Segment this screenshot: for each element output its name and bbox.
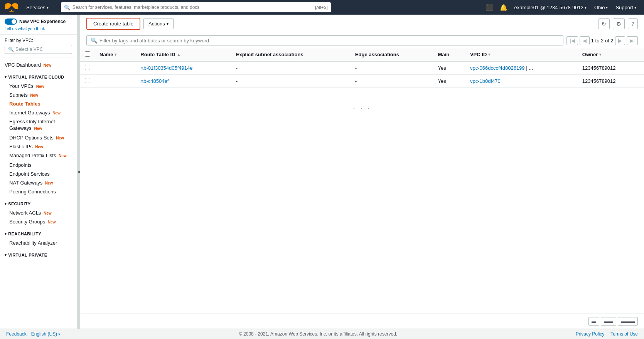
- content-area: Create route table Actions ▾ ↻ ⚙ ?: [80, 15, 644, 329]
- prev-page-button[interactable]: ◀: [580, 36, 590, 45]
- sidebar-section-security-title[interactable]: ▾ SECURITY: [5, 201, 72, 206]
- sidebar-item-reachability-analyzer[interactable]: Reachability Analyzer: [5, 238, 72, 247]
- create-route-table-button[interactable]: Create route table: [86, 18, 140, 30]
- actions-caret-icon: ▾: [167, 22, 169, 26]
- row2-vpc-link[interactable]: vpc-1b0df470: [470, 78, 501, 84]
- name-sort-icon: ▾: [115, 52, 116, 57]
- rtid-sort-icon: ▲: [177, 52, 180, 57]
- settings-button[interactable]: ⚙: [613, 18, 625, 29]
- sidebar-item-route-tables[interactable]: Route Tables: [5, 99, 72, 108]
- view-option-1[interactable]: ▬: [588, 317, 599, 326]
- new-vpc-toggle: New VPC Experience: [5, 18, 72, 25]
- row2-checkbox-cell: [80, 75, 95, 88]
- row2-owner: 123456789012: [578, 75, 644, 88]
- row2-explicit-subnet: -: [231, 75, 351, 88]
- sidebar-item-prefix-lists[interactable]: Managed Prefix Lists New: [5, 151, 72, 161]
- services-button[interactable]: Services ▾: [23, 3, 52, 12]
- search-shortcut: [Alt+S]: [315, 5, 328, 10]
- vpc-dashboard-badge: New: [44, 63, 52, 67]
- filter-vpc-section: Filter by VPC: 🔍 Select a VPC: [0, 35, 77, 57]
- refresh-icon: ↻: [602, 21, 606, 27]
- account-label: example01 @ 1234-5678-9012: [514, 5, 583, 10]
- help-button[interactable]: ?: [628, 18, 638, 29]
- sidebar-item-endpoints[interactable]: Endpoints: [5, 161, 72, 170]
- feedback-link[interactable]: Feedback: [6, 331, 27, 337]
- sidebar-section-virtual-private: ▾ VIRTUAL PRIVATE: [0, 249, 77, 261]
- sidebar-item-egress-gateways[interactable]: Egress Only Internet Gateways New: [5, 117, 72, 133]
- new-vpc-toggle-switch[interactable]: [5, 18, 17, 25]
- top-nav-right: ⬛ 🔔 example01 @ 1234-5678-9012 ▾ Ohio ▾ …: [484, 2, 639, 13]
- row1-checkbox[interactable]: [85, 65, 90, 70]
- sidebar-item-internet-gateways[interactable]: Internet Gateways New: [5, 108, 72, 117]
- language-link[interactable]: English (US) ▾: [31, 331, 61, 337]
- row1-main: Yes: [433, 61, 465, 75]
- view-option-2[interactable]: ▬▬: [601, 317, 616, 326]
- support-button[interactable]: Support ▾: [612, 3, 639, 12]
- row1-edge-associations: -: [351, 61, 433, 75]
- sidebar-section-virtual-private-title[interactable]: ▾ VIRTUAL PRIVATE: [5, 253, 72, 257]
- reachability-section-caret-icon: ▾: [5, 232, 7, 236]
- region-caret-icon: ▾: [606, 5, 608, 10]
- new-vpc-label: New VPC Experience: [19, 19, 66, 24]
- bell-icon: 🔔: [500, 4, 507, 11]
- global-search-input[interactable]: [72, 5, 313, 10]
- pagination-text: 1 to 2 of 2: [591, 38, 614, 44]
- terms-of-use-link[interactable]: Terms of Use: [610, 331, 638, 337]
- sidebar-item-nat-gateways[interactable]: NAT Gateways New: [5, 178, 72, 187]
- sidebar-item-your-vpcs[interactable]: Your VPCs New: [5, 82, 72, 91]
- region-button[interactable]: Ohio ▾: [591, 3, 611, 12]
- col-name[interactable]: Name ▾: [95, 48, 136, 61]
- sidebar-item-dhcp[interactable]: DHCP Options Sets New: [5, 133, 72, 142]
- row2-checkbox[interactable]: [85, 78, 90, 83]
- account-button[interactable]: example01 @ 1234-5678-9012 ▾: [511, 3, 590, 12]
- sidebar-item-elastic-ips[interactable]: Elastic IPs New: [5, 142, 72, 151]
- next-page-button[interactable]: ▶: [615, 36, 625, 45]
- sidebar-item-network-acls[interactable]: Network ACLs New: [5, 208, 72, 217]
- sidebar-item-endpoint-services[interactable]: Endpoint Services: [5, 170, 72, 178]
- bottom-panel: ▬ ▬▬ ▬▬▬: [80, 314, 644, 329]
- view-option-3[interactable]: ▬▬▬: [618, 317, 638, 326]
- select-vpc-dropdown[interactable]: 🔍 Select a VPC: [5, 45, 72, 54]
- row2-route-table-id[interactable]: rtb-c48504af: [136, 75, 231, 88]
- select-all-header: [80, 48, 95, 61]
- col-route-table-id[interactable]: Route Table ID ▲: [136, 48, 231, 61]
- table-header-row: Name ▾ Route Table ID ▲: [80, 48, 644, 61]
- notifications-button[interactable]: 🔔: [497, 2, 510, 13]
- cloud-shell-icon: ⬛: [486, 4, 494, 11]
- services-label: Services: [26, 5, 46, 10]
- footer-left: Feedback English (US) ▾: [6, 331, 60, 337]
- first-page-button[interactable]: |◀: [566, 36, 578, 45]
- filter-input[interactable]: [99, 38, 559, 44]
- actions-button[interactable]: Actions ▾: [143, 18, 174, 29]
- select-all-checkbox[interactable]: [85, 51, 90, 57]
- col-owner[interactable]: Owner ▾: [578, 48, 644, 61]
- sidebar: New VPC Experience Tell us what you thin…: [0, 15, 77, 329]
- row1-route-table-id[interactable]: rtb-01f30354d05f4914e: [136, 61, 231, 75]
- security-section-caret-icon: ▾: [5, 202, 7, 206]
- row2-edge-associations: -: [351, 75, 433, 88]
- sidebar-section-vpc-title[interactable]: ▾ VIRTUAL PRIVATE CLOUD: [5, 75, 72, 79]
- actions-label: Actions: [148, 21, 165, 27]
- view-options: ▬ ▬▬ ▬▬▬: [588, 317, 638, 326]
- sidebar-item-subnets[interactable]: Subnets New: [5, 91, 72, 99]
- filter-bar: 🔍 |◀ ◀ 1 to 2 of 2 ▶ ▶|: [80, 33, 644, 48]
- route-tables-table-container: Name ▾ Route Table ID ▲: [80, 48, 644, 314]
- col-vpc-id[interactable]: VPC ID ▾: [465, 48, 578, 61]
- filter-search-icon: 🔍: [91, 37, 97, 44]
- tell-us-link[interactable]: Tell us what you think: [5, 26, 45, 31]
- sidebar-section-reachability-title[interactable]: ▾ REACHABILITY: [5, 232, 72, 236]
- vpc-section-caret-icon: ▾: [5, 75, 7, 79]
- sidebar-collapse-handle[interactable]: ◀: [77, 15, 80, 329]
- sidebar-item-peering[interactable]: Peering Connections: [5, 187, 72, 196]
- row1-explicit-subnet: -: [231, 61, 351, 75]
- privacy-policy-link[interactable]: Privacy Policy: [576, 331, 605, 337]
- sidebar-section-vpc: ▾ VIRTUAL PRIVATE CLOUD Your VPCs New Su…: [0, 71, 77, 198]
- footer-center: © 2008 - 2021, Amazon Web Services, Inc.…: [60, 331, 575, 337]
- sidebar-item-vpc-dashboard[interactable]: VPC Dashboard New: [5, 60, 72, 69]
- last-page-button[interactable]: ▶|: [627, 36, 638, 45]
- row1-vpc-link[interactable]: vpc-066dcccf4d8026199: [470, 65, 525, 71]
- refresh-button[interactable]: ↻: [598, 18, 610, 29]
- cloud-shell-button[interactable]: ⬛: [484, 2, 496, 13]
- filter-vpc-search-icon: 🔍: [8, 47, 14, 52]
- sidebar-item-security-groups[interactable]: Security Groups New: [5, 217, 72, 226]
